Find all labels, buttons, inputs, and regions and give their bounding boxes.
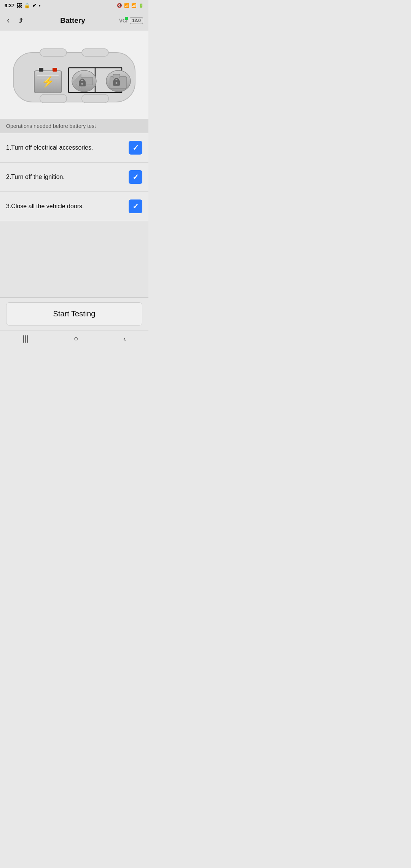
status-bar: 9:37 🖼 🔒 ✔ • 🔇 📶 📶 🔋 xyxy=(0,0,148,11)
start-btn-container: Start Testing xyxy=(0,297,148,330)
checklist-item-3: 3.Close all the vehicle doors. ✓ xyxy=(0,192,148,221)
svg-rect-22 xyxy=(113,74,120,78)
header-left: ‹ ⮭ xyxy=(5,14,26,27)
svg-rect-4 xyxy=(82,94,108,103)
vci-badge: VCI xyxy=(119,18,127,24)
empty-space xyxy=(0,221,148,297)
svg-rect-15 xyxy=(37,78,59,78)
checkbox-3[interactable]: ✓ xyxy=(129,199,142,213)
lock-icon: 🔒 xyxy=(24,3,30,8)
version-box: 12.0 xyxy=(130,17,143,24)
checklist-text-2: 2.Turn off the ignition. xyxy=(6,174,129,180)
svg-rect-11 xyxy=(39,68,43,72)
status-right: 🔇 📶 📶 🔋 xyxy=(117,3,144,8)
checklist-text-3: 3.Close all the vehicle doors. xyxy=(6,203,129,210)
car-diagram: ⚡ xyxy=(0,30,148,119)
image-icon: 🖼 xyxy=(17,3,22,8)
checklist-text-1: 1.Turn off electrical accessories. xyxy=(6,144,129,151)
checkbox-1[interactable]: ✓ xyxy=(129,141,142,155)
svg-rect-3 xyxy=(40,94,67,103)
checklist-item-2: 2.Turn off the ignition. ✓ xyxy=(0,163,148,192)
svg-point-24 xyxy=(116,82,118,84)
mute-icon: 🔇 xyxy=(117,3,122,8)
battery-icon: 🔋 xyxy=(139,3,144,8)
recent-apps-button[interactable]: ||| xyxy=(15,331,36,346)
car-svg-container: ⚡ xyxy=(10,37,139,113)
back-button[interactable]: ‹ xyxy=(5,14,11,27)
svg-rect-14 xyxy=(37,75,59,76)
status-time: 9:37 xyxy=(5,3,14,8)
header-right: VCI 12.0 xyxy=(119,17,143,24)
header: ‹ ⮭ Battery VCI 12.0 xyxy=(0,11,148,30)
svg-rect-2 xyxy=(82,49,108,56)
checklist-item-1: 1.Turn off electrical accessories. ✓ xyxy=(0,133,148,163)
nav-bar: ||| ○ ‹ xyxy=(0,330,148,347)
back-nav-button[interactable]: ‹ xyxy=(116,331,134,346)
dot-icon: • xyxy=(39,3,41,8)
start-testing-button[interactable]: Start Testing xyxy=(6,302,142,326)
check-icon: ✔ xyxy=(32,3,37,8)
svg-text:⚡: ⚡ xyxy=(41,75,55,88)
vci-connected-dot xyxy=(125,17,128,20)
status-left: 9:37 🖼 🔒 ✔ • xyxy=(5,3,41,8)
operations-header-text: Operations needed before battery test xyxy=(6,123,96,129)
signal-icon: 📶 xyxy=(131,3,137,8)
home-button[interactable]: ○ xyxy=(66,331,86,346)
svg-rect-12 xyxy=(53,68,57,72)
checklist: 1.Turn off electrical accessories. ✓ 2.T… xyxy=(0,133,148,221)
svg-rect-1 xyxy=(40,49,67,56)
page-title: Battery xyxy=(26,16,119,25)
export-button[interactable]: ⮭ xyxy=(16,15,26,26)
wifi-icon: 📶 xyxy=(124,3,129,8)
operations-header: Operations needed before battery test xyxy=(0,119,148,133)
svg-point-19 xyxy=(81,83,83,85)
checkbox-2[interactable]: ✓ xyxy=(129,170,142,184)
